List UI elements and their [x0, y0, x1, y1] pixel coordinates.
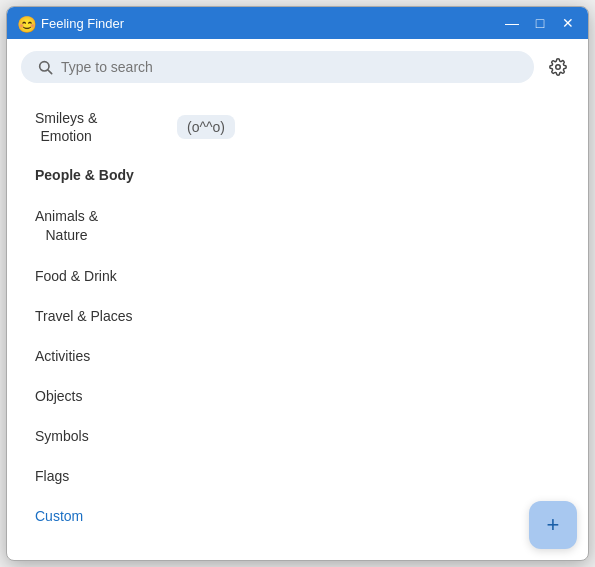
category-item-flags[interactable]: Flags — [7, 456, 588, 496]
category-label-people: People & Body — [35, 167, 134, 183]
category-label-smileys: Smileys &Emotion — [35, 109, 97, 145]
window-title: Feeling Finder — [41, 16, 502, 31]
maximize-button[interactable]: □ — [530, 13, 550, 33]
window-controls: — □ ✕ — [502, 13, 578, 33]
category-item-activities[interactable]: Activities — [7, 336, 588, 376]
category-label-travel: Travel & Places — [35, 308, 133, 324]
category-label-flags: Flags — [35, 468, 69, 484]
category-label-activities: Activities — [35, 348, 90, 364]
add-icon: + — [547, 512, 560, 538]
category-label-objects: Objects — [35, 388, 82, 404]
add-button[interactable]: + — [529, 501, 577, 549]
category-label-symbols: Symbols — [35, 428, 89, 444]
title-bar: 😊 Feeling Finder — □ ✕ — [7, 7, 588, 39]
close-button[interactable]: ✕ — [558, 13, 578, 33]
settings-button[interactable] — [542, 51, 574, 83]
category-label-custom: Custom — [35, 508, 83, 524]
category-item-custom[interactable]: Custom — [7, 496, 588, 536]
category-item-smileys[interactable]: Smileys &Emotion (o^^o) — [7, 99, 588, 155]
app-icon: 😊 — [17, 15, 33, 31]
category-label-animals: Animals &Nature — [35, 207, 98, 243]
content-area: Smileys &Emotion (o^^o) People & Body An… — [7, 39, 588, 560]
category-item-travel[interactable]: Travel & Places — [7, 296, 588, 336]
search-input[interactable] — [61, 59, 518, 75]
category-list: Smileys &Emotion (o^^o) People & Body An… — [7, 95, 588, 560]
category-item-food[interactable]: Food & Drink — [7, 256, 588, 296]
gear-icon — [549, 58, 567, 76]
category-item-people[interactable]: People & Body — [7, 155, 588, 195]
svg-point-2 — [556, 65, 561, 70]
minimize-button[interactable]: — — [502, 13, 522, 33]
smileys-badge: (o^^o) — [177, 115, 235, 139]
search-bar-row — [7, 39, 588, 95]
category-item-symbols[interactable]: Symbols — [7, 416, 588, 456]
category-item-objects[interactable]: Objects — [7, 376, 588, 416]
search-icon — [37, 59, 53, 75]
app-window: 😊 Feeling Finder — □ ✕ — [6, 6, 589, 561]
search-input-wrapper[interactable] — [21, 51, 534, 83]
svg-line-1 — [48, 70, 52, 74]
category-label-food: Food & Drink — [35, 268, 117, 284]
category-item-animals[interactable]: Animals &Nature — [7, 195, 588, 255]
